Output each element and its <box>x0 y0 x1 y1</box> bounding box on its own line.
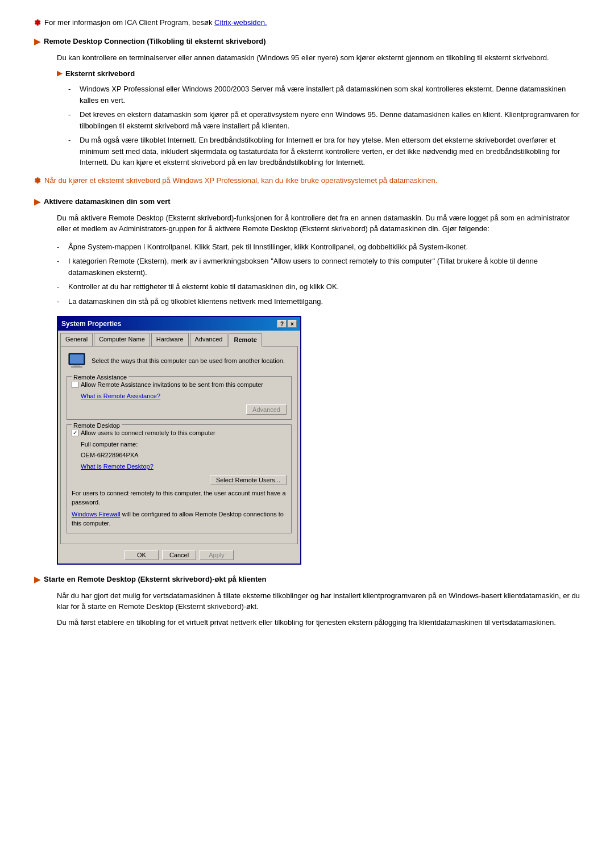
rdc-bullet-3-text: Du må også være tilkoblet Internett. En … <box>80 135 580 168</box>
dialog-help-button[interactable]: ? <box>277 320 287 328</box>
citrix-intro: For mer informasjon om ICA Client Progra… <box>44 18 212 27</box>
dash-icon-3: - <box>68 135 77 146</box>
full-computer-name-label: Full computer name: <box>81 441 138 448</box>
activate-step-2-text: I kategorien Remote (Ekstern), merk av i… <box>68 256 580 278</box>
rdc-intro: Du kan kontrollere en terminalserver ell… <box>34 52 580 64</box>
activate-intro-text: Du må aktivere Remote Desktop (Eksternt … <box>57 214 570 233</box>
svg-rect-3 <box>71 366 82 368</box>
bullet-x-icon: ✽ <box>34 17 41 29</box>
rdc-bullet-icon: ▶ <box>34 36 40 48</box>
step-dash-2: - <box>57 256 66 267</box>
dialog-tabs: General Computer Name Hardware Advanced … <box>58 331 300 346</box>
dialog-body: Select the ways that this computer can b… <box>60 346 298 544</box>
computer-svg <box>67 352 87 370</box>
step-dash-3: - <box>57 281 66 293</box>
dialog-titlebar: System Properties ? × <box>58 317 300 331</box>
rdc-bullet-2-text: Det kreves en ekstern datamaskin som kjø… <box>80 109 580 131</box>
rdc-bullet-1: - Windows XP Professional eller Windows … <box>68 84 580 106</box>
select-remote-users-btn[interactable]: Select Remote Users... <box>210 475 287 485</box>
activate-title-row: ▶ Aktivere datamaskinen din som vert <box>34 196 580 208</box>
rdc-sub-bullet: ▶ <box>57 68 62 78</box>
remote-desktop-group: Remote Desktop ✓ Allow users to connect … <box>67 424 292 533</box>
start-bullet-icon: ▶ <box>34 574 40 586</box>
remote-assistance-checkbox[interactable] <box>72 381 78 388</box>
citrix-section: ✽ For mer informasjon om ICA Client Prog… <box>34 17 580 29</box>
start-title-row: ▶ Starte en Remote Desktop (Eksternt skr… <box>34 574 580 586</box>
rdc-sub-title-row: ▶ Eksternt skrivebord <box>34 68 580 80</box>
activate-step-4: - La datamaskinen din stå på og tilkoble… <box>57 296 580 307</box>
remote-assistance-advanced-btn[interactable]: Advanced <box>246 404 287 415</box>
rdc-title: Remote Desktop Connection (Tilkobling ti… <box>44 36 266 47</box>
svg-rect-1 <box>70 354 84 364</box>
activate-steps: - Åpne System-mappen i Kontrollpanel. Kl… <box>34 241 580 307</box>
remote-desktop-note2: Windows Firewall will be configured to a… <box>72 510 287 528</box>
rdc-title-row: ▶ Remote Desktop Connection (Tilkobling … <box>34 36 580 48</box>
apply-button[interactable]: Apply <box>200 550 234 560</box>
remote-desktop-checkbox[interactable]: ✓ <box>72 429 78 436</box>
activate-step-2: - I kategorien Remote (Ekstern), merk av… <box>57 256 580 278</box>
windows-firewall-link[interactable]: Windows Firewall <box>72 511 121 518</box>
dialog-footer: OK Cancel Apply <box>58 546 300 564</box>
warning-bullet-icon: ✽ <box>34 175 41 187</box>
dialog-title: System Properties <box>61 319 121 329</box>
activate-intro: Du må aktivere Remote Desktop (Eksternt … <box>34 212 580 235</box>
warning-row: ✽ Når du kjører et eksternt skrivebord p… <box>34 175 580 187</box>
activate-bullet-icon: ▶ <box>34 196 40 208</box>
rdc-sub-title: Eksternt skrivebord <box>65 68 135 80</box>
tab-advanced[interactable]: Advanced <box>190 333 228 346</box>
start-para2: Du må først etablere en tilkobling for e… <box>34 617 580 628</box>
dash-icon-1: - <box>68 84 77 95</box>
remote-desktop-title: Remote Desktop <box>72 421 122 431</box>
activate-step-4-text: La datamaskinen din stå på og tilkoblet … <box>68 296 323 307</box>
tab-hardware[interactable]: Hardware <box>151 333 189 346</box>
activate-step-1: - Åpne System-mappen i Kontrollpanel. Kl… <box>57 241 580 253</box>
tab-general[interactable]: General <box>60 333 93 346</box>
activate-step-1-text: Åpne System-mappen i Kontrollpanel. Klik… <box>68 241 468 253</box>
remote-assistance-group: Remote Assistance Allow Remote Assistanc… <box>67 376 292 420</box>
ok-button[interactable]: OK <box>125 550 159 560</box>
remote-desktop-note1: For users to connect remotely to this co… <box>72 489 287 507</box>
dialog-icon-text: Select the ways that this computer can b… <box>92 356 285 366</box>
start-title: Starte en Remote Desktop (Eksternt skriv… <box>44 574 267 585</box>
step-dash-1: - <box>57 241 66 253</box>
remote-desktop-link[interactable]: What is Remote Desktop? <box>81 463 154 470</box>
activate-step-3-text: Kontroller at du har rettigheter til å e… <box>68 281 339 293</box>
dialog-close-button[interactable]: × <box>288 320 297 328</box>
warning-text: Når du kjører et eksternt skrivebord på … <box>44 175 437 186</box>
dialog-icon-row: Select the ways that this computer can b… <box>67 352 292 370</box>
dash-icon-2: - <box>68 109 77 120</box>
remote-assistance-title: Remote Assistance <box>72 373 128 382</box>
start-para1-text: Når du har gjort det mulig for vertsdata… <box>57 591 580 611</box>
rdc-intro-text: Du kan kontrollere en terminalserver ell… <box>57 53 549 62</box>
step-dash-4: - <box>57 296 66 307</box>
computer-icon <box>67 352 87 370</box>
citrix-intro-text: For mer informasjon om ICA Client Progra… <box>44 17 267 28</box>
start-para2-text: Du må først etablere en tilkobling for e… <box>57 618 556 627</box>
rdc-bullets: - Windows XP Professional eller Windows … <box>34 84 580 168</box>
computer-name-value: OEM-6R228964PXA <box>81 452 139 458</box>
activate-title: Aktivere datamaskinen din som vert <box>44 196 171 207</box>
rdc-bullet-1-text: Windows XP Professional eller Windows 20… <box>80 84 580 106</box>
citrix-link[interactable]: Citrix-websiden. <box>214 18 267 27</box>
remote-assistance-link[interactable]: What is Remote Assistance? <box>81 393 160 399</box>
cancel-button[interactable]: Cancel <box>162 550 196 560</box>
svg-rect-2 <box>73 365 80 366</box>
dialog-titlebar-buttons: ? × <box>277 320 297 328</box>
start-para1: Når du har gjort det mulig for vertsdata… <box>34 590 580 612</box>
rdc-bullet-2: - Det kreves en ekstern datamaskin som k… <box>68 109 580 131</box>
tab-computer-name[interactable]: Computer Name <box>94 333 150 346</box>
tab-remote[interactable]: Remote <box>229 333 262 347</box>
activate-step-3: - Kontroller at du har rettigheter til å… <box>57 281 580 293</box>
system-properties-dialog: System Properties ? × General Computer N… <box>57 316 301 565</box>
rdc-bullet-3: - Du må også være tilkoblet Internett. E… <box>68 135 580 168</box>
